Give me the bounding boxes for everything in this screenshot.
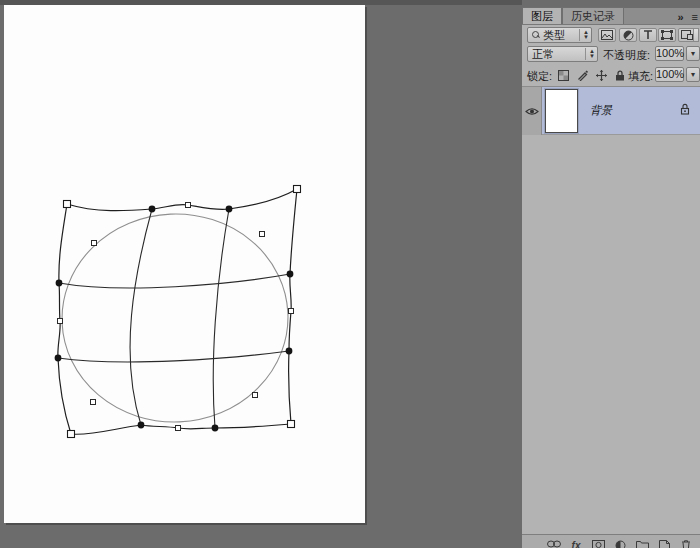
filter-kind-dropdown[interactable]: 类型 ▲▼ bbox=[527, 27, 592, 43]
opacity-dropdown-arrow[interactable]: ▾ bbox=[686, 46, 700, 61]
panel-tabbar: 图层 历史记录 » ≡ bbox=[522, 8, 700, 25]
add-layer-mask-icon[interactable] bbox=[590, 540, 606, 548]
lock-all-padlock-icon[interactable] bbox=[612, 68, 627, 82]
filter-type-layers-icon[interactable] bbox=[639, 28, 657, 42]
fill-label: 填充: bbox=[628, 69, 653, 84]
photoshop-workspace: 图层 历史记录 » ≡ 类型 ▲▼ bbox=[0, 0, 700, 548]
updown-arrows-icon: ▲▼ bbox=[579, 29, 589, 41]
filter-toggle-switch[interactable] bbox=[693, 28, 699, 42]
layer-thumbnail[interactable] bbox=[545, 89, 578, 133]
layer-name[interactable]: 背景 bbox=[590, 103, 612, 118]
panel-menu-icon[interactable]: ≡ bbox=[692, 11, 698, 23]
new-layer-icon[interactable] bbox=[656, 540, 672, 548]
fill-value[interactable]: 100% bbox=[655, 67, 684, 82]
blend-mode-value: 正常 bbox=[532, 47, 554, 62]
layer-style-fx-icon[interactable]: fx bbox=[568, 540, 584, 548]
blend-mode-dropdown[interactable]: 正常 ▲▼ bbox=[527, 46, 598, 62]
document-canvas[interactable] bbox=[4, 5, 365, 523]
opacity-label: 不透明度: bbox=[603, 48, 650, 63]
layers-panel-body: 类型 ▲▼ bbox=[522, 25, 700, 548]
layers-panel-footer: fx bbox=[522, 534, 700, 548]
filter-pixel-layers-icon[interactable] bbox=[598, 28, 616, 42]
layers-panel: 图层 历史记录 » ≡ 类型 ▲▼ bbox=[522, 0, 700, 548]
lock-transparency-icon[interactable] bbox=[556, 68, 571, 82]
lock-position-move-icon[interactable] bbox=[594, 68, 609, 82]
updown-arrows-icon: ▲▼ bbox=[585, 48, 595, 60]
link-layers-icon[interactable] bbox=[546, 540, 562, 548]
delete-layer-trash-icon[interactable] bbox=[678, 540, 694, 548]
lock-pixels-brush-icon[interactable] bbox=[575, 68, 590, 82]
opacity-value[interactable]: 100% bbox=[655, 46, 684, 61]
selected-layer-highlight: 背景 bbox=[542, 87, 700, 134]
collapse-panel-icon[interactable]: » bbox=[677, 11, 683, 23]
fill-dropdown-arrow[interactable]: ▾ bbox=[686, 67, 700, 82]
layer-row-background[interactable]: 背景 bbox=[522, 87, 700, 135]
warp-anchor-handles[interactable] bbox=[58, 203, 294, 431]
filter-adjustment-layers-icon[interactable] bbox=[619, 28, 637, 42]
tab-history[interactable]: 历史记录 bbox=[562, 7, 624, 24]
layer-filter-row: 类型 ▲▼ bbox=[522, 27, 700, 44]
new-adjustment-layer-icon[interactable] bbox=[612, 540, 628, 548]
lock-label: 锁定: bbox=[527, 69, 552, 84]
warp-corner-handles[interactable] bbox=[64, 186, 301, 438]
filter-shape-layers-icon[interactable] bbox=[658, 28, 676, 42]
tab-layers[interactable]: 图层 bbox=[522, 7, 562, 24]
visibility-column bbox=[522, 87, 542, 135]
new-group-folder-icon[interactable] bbox=[634, 540, 650, 548]
lock-fill-row: 锁定: 填充: 100% ▾ bbox=[522, 67, 700, 84]
visibility-eye-icon[interactable] bbox=[525, 107, 539, 116]
blend-opacity-row: 正常 ▲▼ 不透明度: 100% ▾ bbox=[522, 46, 700, 63]
filter-kind-label: 类型 bbox=[543, 28, 565, 43]
search-icon bbox=[532, 31, 540, 39]
layer-lock-icon bbox=[680, 103, 690, 115]
warp-transform-grid[interactable] bbox=[4, 5, 365, 523]
warp-mesh-outline bbox=[58, 189, 297, 434]
